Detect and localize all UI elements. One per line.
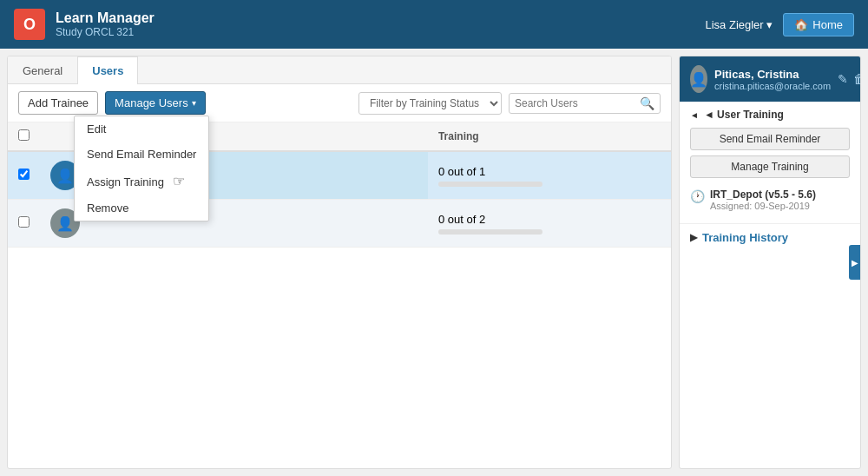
send-email-reminder-button[interactable]: Send Email Reminder: [690, 128, 850, 150]
user-training-title: ◄ ◄ User Training: [690, 109, 850, 121]
dropdown-item-assign-training[interactable]: Assign Training ☞: [75, 167, 208, 195]
right-panel: 👤 Piticas, Cristina cristina.piticas@ora…: [679, 56, 861, 469]
training-item-date: Assigned: 09-Sep-2019: [710, 201, 816, 211]
manage-training-button[interactable]: Manage Training: [690, 155, 850, 178]
header-left: O Learn Manager Study ORCL 321: [14, 9, 155, 40]
user-display-name: Piticas, Cristina: [714, 68, 831, 81]
header-title: Learn Manager Study ORCL 321: [56, 10, 155, 38]
training-history-label: Training History: [702, 231, 788, 244]
app-name: Learn Manager: [56, 10, 155, 26]
user-info: Piticas, Cristina cristina.piticas@oracl…: [714, 68, 831, 91]
dropdown-item-edit[interactable]: Edit: [75, 116, 208, 142]
training-item: 🕐 IRT_Depot (v5.5 - 5.6) Assigned: 09-Se…: [690, 183, 850, 216]
row2-checkbox-cell: [8, 200, 40, 248]
section-collapse-icon: ◄: [690, 110, 699, 120]
user-training-section: ◄ ◄ User Training Send Email Reminder Ma…: [680, 102, 860, 224]
select-all-checkbox[interactable]: [18, 129, 30, 141]
row2-progress-bar-wrap: [438, 229, 542, 235]
training-item-details: IRT_Depot (v5.5 - 5.6) Assigned: 09-Sep-…: [710, 188, 816, 211]
manage-users-dropdown: Edit Send Email Reminder Assign Training…: [74, 116, 209, 221]
header-right: Lisa Ziegler ▾ 🏠 Home: [705, 13, 854, 36]
assign-training-cursor-icon: ☞: [173, 174, 185, 188]
left-content: General Users Add Trainee Manage Users ▾…: [7, 56, 672, 469]
row1-training-cell: 0 out of 1: [428, 151, 671, 200]
tab-bar: General Users: [8, 56, 671, 84]
edit-user-icon[interactable]: ✎: [838, 72, 848, 86]
row1-checkbox-cell: [8, 151, 40, 200]
row1-training-text: 0 out of 1: [438, 165, 661, 178]
home-icon: 🏠: [794, 18, 808, 31]
col-checkbox: [8, 122, 40, 151]
row1-progress-bar-wrap: [438, 182, 542, 187]
search-input[interactable]: [515, 97, 636, 109]
tab-general[interactable]: General: [8, 56, 77, 84]
user-email: cristina.piticas@oracle.com: [714, 81, 831, 91]
history-expand-arrow: ▶: [690, 232, 697, 243]
row2-training-text: 0 out of 2: [438, 213, 661, 226]
manage-users-button[interactable]: Manage Users ▾: [105, 91, 206, 115]
study-name: Study ORCL 321: [56, 26, 155, 38]
dropdown-item-send-email[interactable]: Send Email Reminder: [75, 142, 208, 167]
user-header-actions: ✎ 🗑: [838, 72, 861, 86]
app-logo: O: [14, 9, 45, 40]
dropdown-item-remove[interactable]: Remove: [75, 195, 208, 221]
clock-icon: 🕐: [690, 189, 705, 203]
row2-checkbox[interactable]: [18, 216, 30, 228]
add-trainee-button[interactable]: Add Trainee: [18, 91, 98, 115]
filter-by-training-status[interactable]: Filter by Training Status: [358, 92, 502, 115]
main-layout: General Users Add Trainee Manage Users ▾…: [0, 49, 868, 476]
user-panel-avatar: 👤: [690, 65, 707, 93]
training-history-section: ▶ Training History: [680, 224, 860, 251]
delete-user-icon[interactable]: 🗑: [853, 72, 861, 86]
user-header: 👤 Piticas, Cristina cristina.piticas@ora…: [680, 56, 860, 102]
panel-collapse-button[interactable]: ▶: [849, 245, 861, 280]
row2-training-cell: 0 out of 2: [428, 200, 671, 248]
toolbar: Add Trainee Manage Users ▾ Edit Send Ema…: [8, 84, 671, 122]
tab-users[interactable]: Users: [77, 56, 138, 84]
search-box: 🔍: [509, 93, 661, 114]
user-name-label: Lisa Ziegler ▾: [705, 18, 773, 31]
training-history-toggle[interactable]: ▶ Training History: [690, 231, 850, 244]
training-item-title: IRT_Depot (v5.5 - 5.6): [710, 188, 816, 201]
col-training: Training: [428, 122, 671, 151]
manage-users-caret: ▾: [192, 98, 196, 108]
header: O Learn Manager Study ORCL 321 Lisa Zieg…: [0, 0, 868, 49]
search-icon: 🔍: [640, 96, 654, 110]
home-button[interactable]: 🏠 Home: [783, 13, 854, 36]
row1-checkbox[interactable]: [18, 169, 30, 180]
